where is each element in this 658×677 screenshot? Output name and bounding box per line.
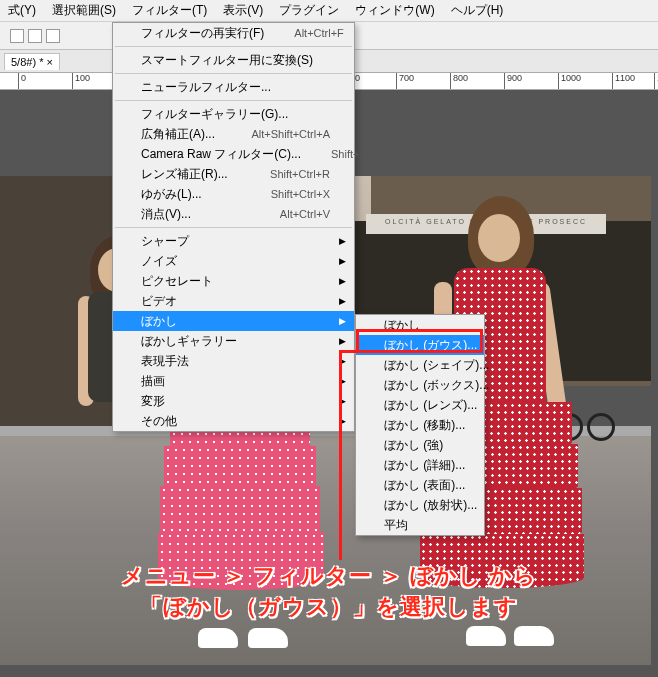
label: ゆがみ(L)... [141,186,202,203]
label: 描画 [141,373,165,390]
menu-blur-gallery[interactable]: ぼかしギャラリー▶ [113,331,354,351]
menu-stylize[interactable]: 描画▶ [113,371,354,391]
document-tab[interactable]: 5/8#) * × [4,53,60,70]
menu-liquify[interactable]: ゆがみ(L)...Shift+Ctrl+X [113,184,354,204]
label: 広角補正(A)... [141,126,215,143]
shortcut: Shift+Ctrl+A [331,148,390,160]
menu-blur[interactable]: ぼかし▶ [113,311,354,331]
shortcut: Alt+Shift+Ctrl+A [251,128,330,140]
label: ぼかし (シェイプ)... [384,357,489,374]
chevron-right-icon: ▶ [339,316,346,326]
submenu-surface-blur[interactable]: ぼかし (表面)... [356,475,484,495]
label: ぼかし (表面)... [384,477,465,494]
submenu-motion-blur[interactable]: ぼかし (移動)... [356,415,484,435]
label: ぼかし (ガウス)... [384,337,477,354]
ruler-tick: 900 [504,73,522,90]
label: フィルターの再実行(F) [141,25,264,42]
shortcut: Alt+Ctrl+V [280,208,330,220]
chevron-right-icon: ▶ [339,236,346,246]
menu-window[interactable]: ウィンドウ(W) [347,0,442,21]
menu-video[interactable]: ビデオ▶ [113,291,354,311]
menu-neural-filter[interactable]: ニューラルフィルター... [113,77,354,97]
chevron-right-icon: ▶ [339,336,346,346]
menu-separator [115,73,352,74]
menu-separator [115,100,352,101]
chevron-right-icon: ▶ [339,296,346,306]
submenu-blur-more[interactable]: ぼかし (強) [356,435,484,455]
menu-smart-filter[interactable]: スマートフィルター用に変換(S) [113,50,354,70]
annotation-line2: 「ぼかし（ガウス）」を選択します [0,592,658,622]
label: スマートフィルター用に変換(S) [141,52,313,69]
ruler-tick: 0 [18,73,26,90]
annotation-line1: メニュー ＞ フィルター ＞ ぼかし から [0,561,658,591]
label: フィルターギャラリー(G)... [141,106,288,123]
label: ノイズ [141,253,177,270]
menu-filter-gallery[interactable]: フィルターギャラリー(G)... [113,104,354,124]
shortcut: Alt+Ctrl+F [294,27,344,39]
label: シャープ [141,233,189,250]
chevron-right-icon: ▶ [339,276,346,286]
ruler-tick: 800 [450,73,468,90]
menu-lens-correction[interactable]: レンズ補正(R)...Shift+Ctrl+R [113,164,354,184]
menu-view[interactable]: 表示(V) [215,0,271,21]
submenu-radial-blur[interactable]: ぼかし (放射状)... [356,495,484,515]
menu-format[interactable]: 式(Y) [0,0,44,21]
blur-submenu: ぼかし ぼかし (ガウス)... ぼかし (シェイプ)... ぼかし (ボックス… [355,314,485,536]
menu-filter-rerun[interactable]: フィルターの再実行(F)Alt+Ctrl+F [113,23,354,43]
menu-sharpen[interactable]: シャープ▶ [113,231,354,251]
menu-separator [115,46,352,47]
chevron-right-icon: ▶ [339,376,346,386]
menu-distort[interactable]: 変形▶ [113,391,354,411]
align-left-icon[interactable] [10,29,24,43]
label: ピクセレート [141,273,213,290]
shortcut: Shift+Ctrl+R [270,168,330,180]
label: レンズ補正(R)... [141,166,228,183]
ruler-tick: 1100 [612,73,635,90]
submenu-lens-blur[interactable]: ぼかし (レンズ)... [356,395,484,415]
label: その他 [141,413,177,430]
menubar: 式(Y) 選択範囲(S) フィルター(T) 表示(V) プラグイン ウィンドウ(… [0,0,658,22]
label: ぼかしギャラリー [141,333,237,350]
ruler-tick: 700 [396,73,414,90]
menu-render[interactable]: 表現手法▶ [113,351,354,371]
label: ぼかし (放射状)... [384,497,477,514]
label: 平均 [384,517,408,534]
shortcut: Shift+Ctrl+X [271,188,330,200]
label: ぼかし (強) [384,437,443,454]
ruler-tick: 120 [654,73,658,90]
chevron-right-icon: ▶ [339,356,346,366]
chevron-right-icon: ▶ [339,396,346,406]
label: ニューラルフィルター... [141,79,271,96]
submenu-average[interactable]: 平均 [356,515,484,535]
chevron-right-icon: ▶ [339,256,346,266]
menu-select[interactable]: 選択範囲(S) [44,0,124,21]
chevron-right-icon: ▶ [339,416,346,426]
menu-other[interactable]: その他▶ [113,411,354,431]
label: 表現手法 [141,353,189,370]
label: ビデオ [141,293,177,310]
menu-plugin[interactable]: プラグイン [271,0,347,21]
menu-vanishing-point[interactable]: 消点(V)...Alt+Ctrl+V [113,204,354,224]
submenu-box-blur[interactable]: ぼかし (ボックス)... [356,375,484,395]
menu-help[interactable]: ヘルプ(H) [443,0,512,21]
align-center-icon[interactable] [28,29,42,43]
submenu-shape-blur[interactable]: ぼかし (シェイプ)... [356,355,484,375]
submenu-smart-blur[interactable]: ぼかし (詳細)... [356,455,484,475]
submenu-gaussian-blur[interactable]: ぼかし (ガウス)... [356,335,484,355]
label: ぼかし [384,317,420,334]
label: Camera Raw フィルター(C)... [141,146,301,163]
menu-camera-raw[interactable]: Camera Raw フィルター(C)...Shift+Ctrl+A [113,144,354,164]
submenu-blur[interactable]: ぼかし [356,315,484,335]
ruler-tick: 100 [72,73,90,90]
label: ぼかし (詳細)... [384,457,465,474]
label: ぼかし (移動)... [384,417,465,434]
filter-dropdown: フィルターの再実行(F)Alt+Ctrl+F スマートフィルター用に変換(S) … [112,22,355,432]
menu-pixelate[interactable]: ピクセレート▶ [113,271,354,291]
menu-wide-angle[interactable]: 広角補正(A)...Alt+Shift+Ctrl+A [113,124,354,144]
menu-filter[interactable]: フィルター(T) [124,0,215,21]
menu-separator [115,227,352,228]
label: ぼかし (ボックス)... [384,377,489,394]
menu-noise[interactable]: ノイズ▶ [113,251,354,271]
align-right-icon[interactable] [46,29,60,43]
label: 変形 [141,393,165,410]
